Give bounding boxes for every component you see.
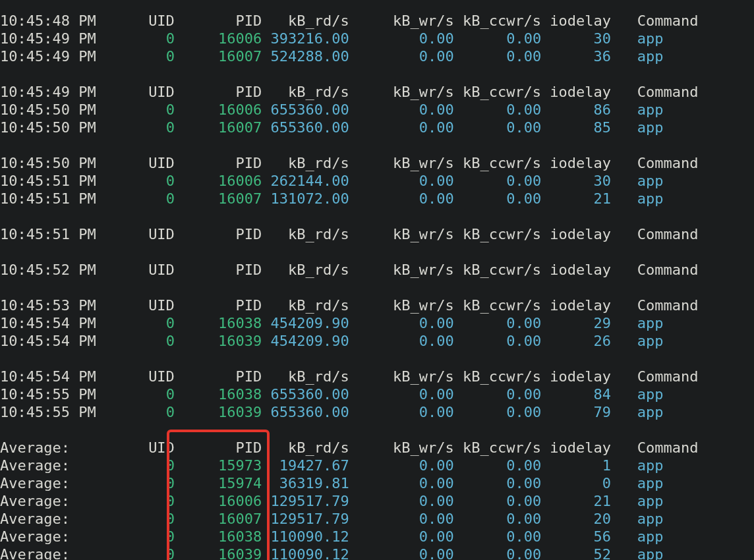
cell-pid: 16039	[175, 546, 262, 560]
average-header-row: Average:UIDPIDkB_rd/skB_wr/skB_ccwr/siod…	[0, 439, 754, 457]
header-kb-wr: kB_wr/s	[349, 225, 454, 243]
blank-line	[0, 208, 754, 225]
cell-command: app	[611, 492, 663, 510]
average-label: Average:	[0, 457, 113, 474]
cell-kb-ccwr: 0.00	[454, 492, 541, 510]
header-kb-rd: kB_rd/s	[262, 83, 349, 101]
cell-timestamp: 10:45:50 PM	[0, 101, 113, 119]
header-kb-rd: kB_rd/s	[262, 261, 349, 279]
cell-pid: 16038	[175, 528, 262, 546]
cell-iodelay: 26	[541, 332, 611, 350]
cell-command: app	[611, 172, 663, 190]
cell-uid: 0	[113, 457, 175, 474]
header-command: Command	[611, 261, 698, 279]
blank-line	[0, 243, 754, 261]
cell-command: app	[611, 119, 663, 136]
header-row: 10:45:48 PMUIDPIDkB_rd/skB_wr/skB_ccwr/s…	[0, 12, 754, 30]
cell-iodelay: 21	[541, 492, 611, 510]
header-kb-rd: kB_rd/s	[262, 12, 349, 30]
blank-line	[0, 350, 754, 368]
cell-command: app	[611, 314, 663, 332]
header-kb-wr: kB_wr/s	[349, 296, 454, 314]
data-row: 10:45:54 PM016038454209.900.000.0029app	[0, 314, 754, 332]
cell-pid: 16006	[175, 492, 262, 510]
cell-kb-ccwr: 0.00	[454, 119, 541, 136]
cell-kb-ccwr: 0.00	[454, 101, 541, 119]
cell-timestamp: 10:45:51 PM	[0, 190, 113, 208]
cell-kb-wr: 0.00	[349, 528, 454, 546]
header-timestamp: 10:45:53 PM	[0, 296, 113, 314]
header-iodelay: iodelay	[541, 368, 611, 385]
header-iodelay: iodelay	[541, 261, 611, 279]
cell-uid: 0	[113, 47, 175, 65]
cell-pid: 16039	[175, 332, 262, 350]
cell-pid: 16039	[175, 403, 262, 421]
cell-uid: 0	[113, 546, 175, 560]
blank-line	[0, 421, 754, 439]
cell-iodelay: 30	[541, 30, 611, 47]
data-row: 10:45:55 PM016038655360.000.000.0084app	[0, 385, 754, 403]
cell-pid: 16006	[175, 101, 262, 119]
cell-uid: 0	[113, 30, 175, 47]
cell-uid: 0	[113, 119, 175, 136]
cell-command: app	[611, 546, 663, 560]
header-uid: UID	[113, 154, 175, 172]
cell-uid: 0	[113, 332, 175, 350]
header-row: 10:45:50 PMUIDPIDkB_rd/skB_wr/skB_ccwr/s…	[0, 154, 754, 172]
cell-kb-rd: 655360.00	[262, 101, 349, 119]
cell-pid: 16007	[175, 190, 262, 208]
header-pid: PID	[175, 296, 262, 314]
header-kb-wr: kB_wr/s	[349, 83, 454, 101]
blank-line	[0, 136, 754, 154]
cell-uid: 0	[113, 385, 175, 403]
average-label: Average:	[0, 492, 113, 510]
cell-iodelay: 30	[541, 172, 611, 190]
cell-command: app	[611, 403, 663, 421]
data-row: 10:45:49 PM016006393216.000.000.0030app	[0, 30, 754, 47]
cell-kb-ccwr: 0.00	[454, 403, 541, 421]
cell-uid: 0	[113, 314, 175, 332]
data-row: 10:45:49 PM016007524288.000.000.0036app	[0, 47, 754, 65]
cell-command: app	[611, 510, 663, 528]
header-row: 10:45:54 PMUIDPIDkB_rd/skB_wr/skB_ccwr/s…	[0, 368, 754, 385]
cell-pid: 16007	[175, 119, 262, 136]
cell-kb-ccwr: 0.00	[454, 510, 541, 528]
cell-kb-wr: 0.00	[349, 385, 454, 403]
cell-kb-wr: 0.00	[349, 172, 454, 190]
header-kb-ccwr: kB_ccwr/s	[454, 296, 541, 314]
blank-line	[0, 65, 754, 83]
cell-pid: 16006	[175, 30, 262, 47]
cell-pid: 16007	[175, 510, 262, 528]
header-row: 10:45:52 PMUIDPIDkB_rd/skB_wr/skB_ccwr/s…	[0, 261, 754, 279]
cell-kb-wr: 0.00	[349, 457, 454, 474]
header-uid: UID	[113, 439, 175, 457]
header-timestamp: 10:45:48 PM	[0, 12, 113, 30]
header-kb-wr: kB_wr/s	[349, 12, 454, 30]
header-row: 10:45:51 PMUIDPIDkB_rd/skB_wr/skB_ccwr/s…	[0, 225, 754, 243]
header-command: Command	[611, 12, 698, 30]
cell-iodelay: 0	[541, 474, 611, 492]
cell-kb-ccwr: 0.00	[454, 474, 541, 492]
header-pid: PID	[175, 83, 262, 101]
header-timestamp: 10:45:51 PM	[0, 225, 113, 243]
data-row: 10:45:54 PM016039454209.900.000.0026app	[0, 332, 754, 350]
cell-kb-rd: 454209.90	[262, 332, 349, 350]
cell-iodelay: 29	[541, 314, 611, 332]
cell-kb-ccwr: 0.00	[454, 457, 541, 474]
cell-pid: 15974	[175, 474, 262, 492]
cell-kb-rd: 129517.79	[262, 492, 349, 510]
cell-command: app	[611, 385, 663, 403]
header-command: Command	[611, 368, 698, 385]
cell-iodelay: 20	[541, 510, 611, 528]
header-kb-rd: kB_rd/s	[262, 439, 349, 457]
cell-command: app	[611, 190, 663, 208]
cell-iodelay: 56	[541, 528, 611, 546]
header-row: 10:45:53 PMUIDPIDkB_rd/skB_wr/skB_ccwr/s…	[0, 296, 754, 314]
average-row: Average:016039110090.120.000.0052app	[0, 546, 754, 560]
average-row: Average:016038110090.120.000.0056app	[0, 528, 754, 546]
cell-timestamp: 10:45:51 PM	[0, 172, 113, 190]
cell-kb-rd: 524288.00	[262, 47, 349, 65]
cell-kb-wr: 0.00	[349, 30, 454, 47]
cell-kb-ccwr: 0.00	[454, 528, 541, 546]
cell-kb-wr: 0.00	[349, 510, 454, 528]
